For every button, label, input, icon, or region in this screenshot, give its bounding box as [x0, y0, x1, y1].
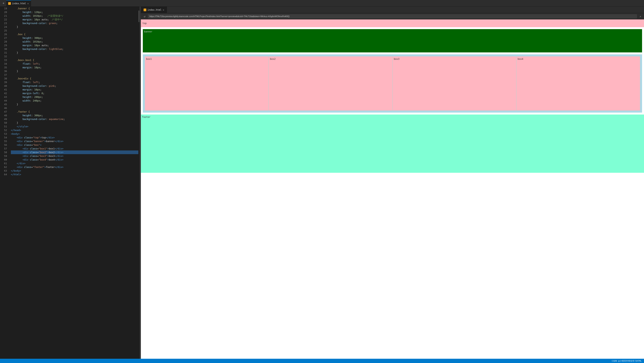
line-number-27: 27: [0, 36, 7, 40]
code-line-30[interactable]: background-color: lightblue;: [11, 47, 138, 51]
line-number-54: 54: [0, 136, 7, 139]
banner-label: banner: [144, 30, 152, 33]
code-line-45[interactable]: }: [11, 103, 138, 106]
code-line-25[interactable]: [11, 29, 138, 33]
code-line-20[interactable]: height: 120px;: [11, 10, 138, 14]
line-numbers: 1920212223242526272829303132333435363738…: [0, 7, 9, 359]
code-line-26[interactable]: .box {: [11, 33, 138, 36]
code-line-24[interactable]: }: [11, 25, 138, 29]
line-number-29: 29: [0, 44, 7, 47]
code-line-22[interactable]: margin: 10px auto; /*居中*/: [11, 18, 138, 21]
preview-box-section: box1 box2 box3 box4: [143, 54, 642, 113]
code-line-32[interactable]: [11, 55, 138, 58]
code-line-64[interactable]: </html>: [11, 173, 138, 176]
code-line-44[interactable]: width: 240px;: [11, 99, 138, 103]
code-line-19[interactable]: .banner {: [11, 7, 138, 10]
code-line-58[interactable]: <div class="box2">box2</div>: [11, 150, 138, 154]
line-number-55: 55: [0, 139, 7, 143]
line-number-53: 53: [0, 132, 7, 136]
code-line-43[interactable]: height: 280px;: [11, 95, 138, 99]
line-number-61: 61: [0, 162, 7, 165]
html-file-icon: [8, 2, 11, 5]
line-number-23: 23: [0, 21, 7, 25]
preview-tab-close[interactable]: ×: [162, 8, 164, 12]
code-line-34[interactable]: float: left;: [11, 62, 138, 66]
line-number-35: 35: [0, 66, 7, 69]
line-number-62: 62: [0, 165, 7, 169]
open-external-button[interactable]: ↗: [638, 14, 642, 19]
line-number-43: 43: [0, 95, 7, 99]
editor-tab-index-html[interactable]: index.html ×: [6, 0, 31, 7]
code-line-50[interactable]: }: [11, 121, 138, 125]
code-line-42[interactable]: margin-left: 0;: [11, 91, 138, 95]
line-number-33: 33: [0, 58, 7, 62]
line-number-49: 49: [0, 117, 7, 121]
line-number-19: 19: [0, 7, 7, 10]
code-line-40[interactable]: background-color: pink;: [11, 84, 138, 88]
scroll-thumb: [138, 11, 139, 22]
code-area[interactable]: .banner { height: 120px; width: 1010px; …: [9, 7, 138, 359]
code-line-60[interactable]: <div class="box4">box4</div>: [11, 158, 138, 162]
preview-address-bar: ↺ ↗: [141, 13, 644, 20]
line-number-26: 26: [0, 33, 7, 36]
line-number-56: 56: [0, 143, 7, 147]
code-line-37[interactable]: [11, 73, 138, 77]
refresh-button[interactable]: ↺: [142, 14, 147, 19]
code-line-55[interactable]: <div class="banner">banner</div>: [11, 139, 138, 143]
line-number-20: 20: [0, 10, 7, 14]
code-line-56[interactable]: <div class="box">: [11, 143, 138, 147]
code-line-35[interactable]: margin: 10px;: [11, 66, 138, 69]
code-line-29[interactable]: margin: 10px auto;: [11, 44, 138, 47]
preview-content[interactable]: top banner box1 box2 box3: [141, 20, 644, 359]
new-tab-button[interactable]: +: [1, 0, 6, 7]
code-line-38[interactable]: .box>div {: [11, 77, 138, 80]
code-line-54[interactable]: <div class="top">top</div>: [11, 136, 138, 139]
code-line-46[interactable]: [11, 106, 138, 110]
code-line-23[interactable]: background-color: green;: [11, 21, 138, 25]
code-line-53[interactable]: <body>: [11, 132, 138, 136]
preview-tab-index-html[interactable]: index.html ×: [141, 7, 167, 13]
code-line-28[interactable]: width: 1010px;: [11, 40, 138, 44]
line-number-57: 57: [0, 147, 7, 150]
code-line-41[interactable]: margin: 10px;: [11, 88, 138, 91]
box3-label: box3: [394, 58, 400, 60]
code-line-31[interactable]: }: [11, 51, 138, 55]
line-number-63: 63: [0, 169, 7, 173]
editor-panel: 1920212223242526272829303132333435363738…: [0, 7, 140, 359]
code-line-59[interactable]: <div class="box3">box3</div>: [11, 154, 138, 158]
line-number-52: 52: [0, 128, 7, 132]
editor-tab-label: index.html: [12, 2, 26, 5]
editor-content[interactable]: 1920212223242526272829303132333435363738…: [0, 7, 140, 359]
preview-box1: box1: [145, 56, 268, 111]
code-line-47[interactable]: .footer {: [11, 110, 138, 114]
code-line-33[interactable]: .box>.box1 {: [11, 58, 138, 62]
preview-tab-bar: index.html ×: [141, 7, 644, 13]
line-number-51: 51: [0, 125, 7, 128]
box2-label: box2: [270, 58, 276, 60]
address-input[interactable]: [148, 14, 637, 19]
line-number-48: 48: [0, 114, 7, 117]
code-line-61[interactable]: </div>: [11, 162, 138, 165]
code-line-62[interactable]: <div class="footer">footer</div>: [11, 165, 138, 169]
line-number-38: 38: [0, 77, 7, 80]
box1-label: box1: [146, 58, 152, 60]
line-number-58: 58: [0, 150, 7, 154]
line-number-41: 41: [0, 88, 7, 91]
code-line-21[interactable]: width: 1010px; /*设置快读*/: [11, 14, 138, 18]
line-number-47: 47: [0, 110, 7, 114]
code-line-48[interactable]: height: 300px;: [11, 114, 138, 117]
footer-label: footer: [142, 116, 150, 118]
code-line-63[interactable]: </body>: [11, 169, 138, 173]
code-line-49[interactable]: background-color: aquamarine;: [11, 117, 138, 121]
code-line-51[interactable]: </style>: [11, 125, 138, 128]
line-number-39: 39: [0, 80, 7, 84]
code-line-52[interactable]: </head>: [11, 128, 138, 132]
code-line-39[interactable]: float: left;: [11, 80, 138, 84]
code-line-57[interactable]: <div class="box1">box1</div>: [11, 147, 138, 150]
line-number-59: 59: [0, 154, 7, 158]
line-number-22: 22: [0, 18, 7, 21]
code-line-27[interactable]: height: 300px;: [11, 36, 138, 40]
line-number-60: 60: [0, 158, 7, 162]
editor-tab-close[interactable]: ×: [27, 2, 29, 5]
code-line-36[interactable]: }: [11, 69, 138, 73]
